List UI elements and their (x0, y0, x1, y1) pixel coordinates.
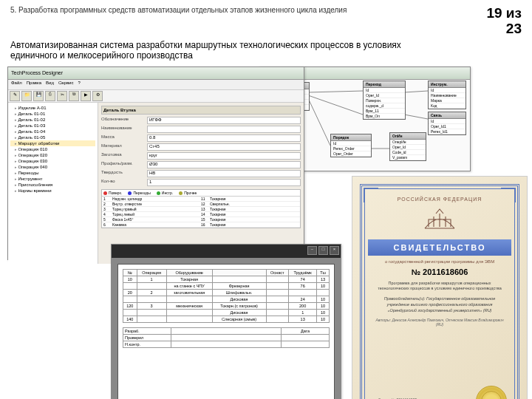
prop-tab[interactable]: Инстр. (157, 191, 173, 195)
paper-sheet: №ОперацияОборудованиеОснастТрудоёмкТш 10… (117, 264, 335, 399)
tree-item[interactable]: Нормы времени (10, 188, 95, 194)
tool-open-icon[interactable]: 📁 (21, 91, 32, 101)
db-box-link: Связь IdOper_Id1Perex_Id1 (428, 112, 466, 135)
form-title: Деталь Втулка (101, 106, 301, 115)
col-header: № (123, 269, 137, 276)
tool-copy-icon[interactable]: ⧉ (69, 91, 79, 101)
titlebar: TechProcess Designer (8, 67, 304, 80)
prop-tab[interactable]: Прочее (179, 191, 197, 195)
doc-window: – □ × №ОперацияОборудованиеОснастТрудоём… (111, 244, 341, 399)
svg-line-4 (404, 115, 428, 119)
db-box-per: Переход IdOper_IdПоверхн.содерж._dВрм_11… (363, 81, 406, 120)
menu-file[interactable]: Файл (11, 81, 22, 89)
db-box-title: Инструм. (429, 81, 466, 88)
page-counter: 19 из 23 (486, 6, 522, 37)
field-input[interactable]: HB (147, 170, 301, 177)
field-label: Материал (101, 143, 147, 151)
tree-item[interactable]: Деталь 01-02 (10, 117, 95, 123)
menubar[interactable]: Файл Правка Вид Сервис ? (8, 80, 304, 90)
table-row: 101Токарная7413 (123, 276, 330, 282)
props-tabs[interactable]: Поверх.ПереходыИнстр.Прочее (102, 190, 300, 197)
field-label: Заготовка (101, 152, 147, 160)
menu-edit[interactable]: Правка (27, 81, 41, 89)
table-row: 202заготовительнаяШлифовальн. (123, 289, 330, 296)
tool-cfg-icon[interactable]: ⚙ (92, 91, 103, 101)
field-label: Профиль/разм. (101, 161, 147, 168)
field-input[interactable] (147, 126, 301, 133)
field-input[interactable]: Ø30 (147, 161, 301, 168)
tree-item[interactable]: Деталь 01-05 (10, 134, 95, 140)
prop-row[interactable]: 2Внутр. отверстие12Сверлильн. (102, 202, 300, 207)
prop-row[interactable]: 6Канавка16Токарная (102, 222, 300, 228)
db-box-title: Связь (429, 112, 466, 119)
tree-item[interactable]: Приспособления (10, 182, 95, 188)
menu-view[interactable]: Вид (46, 81, 54, 89)
slide-subtitle: Автоматизированная система разработки ма… (0, 38, 449, 66)
prop-row[interactable]: 4Торец левый14Токарная (102, 212, 300, 217)
prop-tab[interactable]: Поверх. (103, 191, 122, 195)
db-box-opin: ОпИн ОперИнOper_IdCode_idV_param (389, 132, 426, 161)
field-label: Наименование (101, 126, 147, 133)
db-box-title: Переход (364, 81, 405, 88)
cert-country: РОССИЙСКАЯ ФЕДЕРАЦИЯ (372, 197, 507, 202)
col-header: Оснаст (266, 269, 289, 276)
tree-item[interactable]: Деталь 01-03 (10, 123, 95, 129)
prop-row[interactable]: 3Торец правый13Токарная (102, 207, 300, 212)
max-icon[interactable]: □ (318, 246, 328, 255)
toolbar: ✎ 📁 💾 ⎙ ✂ ⧉ ▶ ⚙ (8, 90, 304, 103)
tree-item[interactable]: Операция 020 (10, 152, 95, 158)
field-input[interactable]: 0.8 (147, 134, 301, 142)
seal-icon (476, 386, 507, 399)
tree-item[interactable]: Операция 010 (10, 146, 95, 152)
certificate: РОССИЙСКАЯ ФЕДЕРАЦИЯ СВИДЕТЕЛЬСТВО о гос… (352, 176, 528, 399)
table-row: Дисковая2410 (123, 296, 330, 302)
tree-panel[interactable]: Изделие А-01Деталь 01-01Деталь 01-02Дета… (8, 103, 98, 264)
tree-item[interactable]: Деталь 01-04 (10, 129, 95, 134)
prop-tab[interactable]: Переходы (128, 191, 150, 195)
props-grid: Поверх.ПереходыИнстр.Прочее 1Наружн. цил… (101, 189, 301, 228)
tree-item[interactable]: Операция 030 (10, 158, 95, 164)
prop-row[interactable]: 1Наружн. цилиндр11Токарная (102, 197, 300, 202)
field-label: Масса (101, 134, 147, 142)
tool-save-icon[interactable]: 💾 (33, 91, 44, 101)
close-icon[interactable]: × (330, 246, 339, 255)
tree-item[interactable]: Операция 040 (10, 164, 95, 170)
field-input[interactable]: круг (147, 152, 301, 160)
tree-item[interactable]: Маршрут обработки (10, 140, 95, 146)
table-row: 140Слесарная (омыв)1310 (123, 316, 330, 322)
menu-service[interactable]: Сервис (58, 81, 74, 89)
svg-line-1 (308, 95, 363, 115)
cert-holder: Правообладатель(и): Государственное обра… (372, 296, 507, 313)
tree-item[interactable]: Переходы (10, 170, 95, 176)
tree-item[interactable]: Инструмент (10, 176, 95, 182)
tool-print-icon[interactable]: ⎙ (45, 91, 55, 101)
process-table: №ОперацияОборудованиеОснастТрудоёмкТш 10… (123, 269, 330, 323)
field-input[interactable]: Ст45 (147, 143, 301, 151)
tree-item[interactable]: Изделие А-01 (10, 105, 95, 111)
table-row: 1203механическаяТокарн.(с патронов)20010 (123, 302, 330, 309)
tool-cut-icon[interactable]: ✂ (57, 91, 67, 101)
field-input[interactable]: ИГФФ (147, 117, 301, 124)
col-header (212, 269, 266, 276)
menu-help[interactable]: ? (78, 81, 80, 89)
svg-line-3 (404, 91, 428, 92)
cert-desc: Программа для разработки маршрутов опера… (372, 281, 507, 292)
field-label: Твердость (101, 170, 147, 177)
cert-authors: Авторы: Денисов Александр Павлович, Отче… (372, 318, 507, 327)
db-box-title: Порядок (331, 134, 371, 141)
col-header: Трудоёмк (289, 269, 317, 276)
form-panel: Деталь Втулка ОбозначениеИГФФНаименовани… (98, 103, 304, 264)
table-row: на станке с ЧПУФрезерная7610 (123, 282, 330, 289)
tree-item[interactable]: Деталь 01-01 (10, 111, 95, 117)
emblem-icon (417, 206, 462, 236)
tool-new-icon[interactable]: ✎ (10, 91, 20, 101)
col-header: Операция (137, 269, 166, 276)
db-box-order: Порядок IdPerex_OrderOper_Order (330, 134, 372, 157)
prop-row[interactable]: 5Фаска 1x45°15Токарная (102, 217, 300, 222)
doc-titlebar: – □ × (112, 245, 341, 258)
field-input[interactable]: 1 (147, 179, 301, 186)
tool-run-icon[interactable]: ▶ (81, 91, 91, 101)
min-icon[interactable]: – (307, 246, 317, 255)
cert-subtitle: о государственной регистрации программы … (372, 259, 507, 264)
signature-block: Разраб.ДатаПроверилН.контр. (123, 327, 330, 348)
